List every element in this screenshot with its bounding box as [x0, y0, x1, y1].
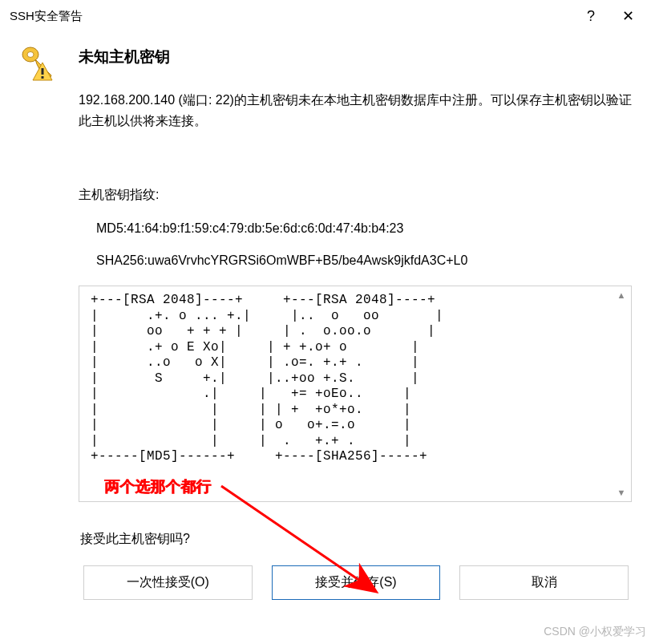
cancel-button[interactable]: 取消: [459, 565, 629, 600]
accept-save-button[interactable]: 接受并保存(S): [272, 565, 441, 600]
window-controls: ? ✕: [572, 2, 646, 30]
watermark: CSDN @小权爱学习: [544, 625, 646, 639]
svg-rect-3: [42, 76, 44, 79]
key-warning-icon: [19, 45, 59, 86]
sha256-fingerprint: SHA256:uwa6VrvhcYRGRSi6OmWBF+B5/be4Awsk9…: [79, 253, 632, 268]
annotation-text: 两个选那个都行: [104, 476, 211, 497]
scroll-down-icon[interactable]: ▼: [617, 484, 626, 500]
scroll-up-icon[interactable]: ▲: [617, 287, 626, 303]
titlebar: SSH安全警告 ? ✕: [0, 0, 651, 32]
close-button[interactable]: ✕: [609, 2, 646, 30]
button-row: 一次性接受(O) 接受并保存(S) 取消: [80, 565, 632, 600]
dialog-description: 192.168.200.140 (端口: 22)的主机密钥未在本地主机密钥数据库…: [79, 90, 632, 131]
main-column: 未知主机密钥 192.168.200.140 (端口: 22)的主机密钥未在本地…: [79, 42, 632, 502]
svg-point-1: [27, 52, 34, 58]
md5-fingerprint: MD5:41:64:b9:f1:59:c4:79:db:5e:6d:c6:0d:…: [79, 221, 632, 236]
dialog-content: 未知主机密钥 192.168.200.140 (端口: 22)的主机密钥未在本地…: [0, 32, 651, 502]
dialog-heading: 未知主机密钥: [79, 47, 632, 67]
lower-section: 接受此主机密钥吗? 一次性接受(O) 接受并保存(S) 取消: [0, 531, 651, 600]
accept-prompt: 接受此主机密钥吗?: [80, 531, 632, 548]
accept-once-button[interactable]: 一次性接受(O): [83, 565, 253, 600]
icon-column: [19, 42, 59, 502]
svg-rect-2: [42, 68, 44, 75]
scrollbar[interactable]: ▲ ▼: [613, 287, 630, 500]
fingerprint-label: 主机密钥指纹:: [79, 187, 632, 204]
ascii-art: +---[RSA 2048]----+ +---[RSA 2048]----+ …: [91, 293, 620, 465]
help-button[interactable]: ?: [572, 2, 609, 30]
ascii-art-box: +---[RSA 2048]----+ +---[RSA 2048]----+ …: [79, 286, 632, 502]
window-title: SSH安全警告: [10, 9, 572, 24]
